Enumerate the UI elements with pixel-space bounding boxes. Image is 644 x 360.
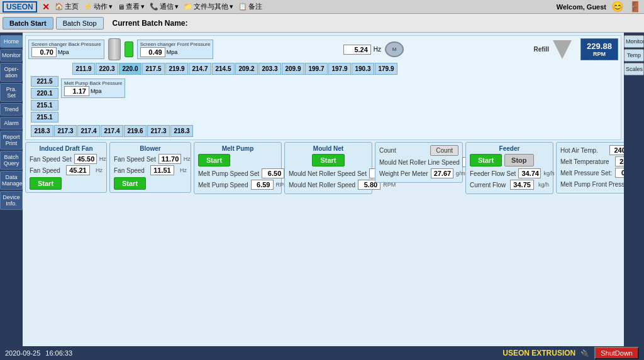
fan-speed-value: 45.21 <box>66 165 90 175</box>
feeder-start-btn[interactable]: Start <box>470 154 502 166</box>
melt-pump-back-label: Melt Pump Back Pressure <box>64 80 122 86</box>
process-diagram: Screen changer Back Pressure 0.70 Mpa Sc… <box>25 35 621 140</box>
melt-pump-back-box: Melt Pump Back Pressure 1.17 Mpa <box>61 79 125 98</box>
feeder-current-flow-unit: kg/h <box>538 182 549 188</box>
sidebar-item-alarm[interactable]: Alarm <box>0 117 23 129</box>
blower-speed-value: 11.51 <box>150 165 174 175</box>
screen-changer-back-label: Screen changer Back Pressure <box>31 41 101 47</box>
zone-temp-6: 214.7 <box>189 63 211 75</box>
rpm-unit: RPM <box>586 51 613 57</box>
home-menu[interactable]: 🏠 主页 <box>55 2 79 11</box>
left-sidebar: Home Monitor Oper­ation Pra. Set Trend A… <box>0 33 23 346</box>
blower-title: Blower <box>114 145 187 152</box>
secondary-toolbar: Batch Start Batch Stop Current Batch Nam… <box>0 14 644 33</box>
zone-temp-13: 190.3 <box>352 63 374 75</box>
green-indicator <box>125 41 133 57</box>
feeder-stop-btn[interactable]: Stop <box>504 154 533 166</box>
batch-stop-tab[interactable]: Batch Stop <box>56 17 104 30</box>
screen-changer-back-unit: Mpa <box>58 49 69 55</box>
sidebar-item-monitor[interactable]: Monitor <box>0 49 23 62</box>
close-btn[interactable]: ✕ <box>42 2 50 12</box>
file-menu[interactable]: 📁 文件与其他 ▾ <box>184 2 233 11</box>
blower-speed-unit: Hz <box>180 167 187 173</box>
motor-icon: M <box>385 41 404 57</box>
weight-unit: g/m <box>456 170 465 177</box>
sidebar-item-data[interactable]: Data Manage <box>0 171 23 190</box>
batch-name-label: Current Batch Name: <box>113 19 188 28</box>
induced-draft-panel: Induced Draft Fan Fan Speed Set 45.50 Hz… <box>25 142 107 193</box>
hopper-icon <box>553 40 572 59</box>
mould-net-title: Mould Net <box>289 145 368 152</box>
rpm-display-box: 229.88 RPM <box>580 38 618 60</box>
zone-temp-2: 220.3 <box>96 63 118 75</box>
zone-temp-5: 219.9 <box>165 63 188 75</box>
useon-icon: 🔌 <box>580 349 589 357</box>
right-temp-btn[interactable]: Temp <box>624 49 644 62</box>
feeder-title: Feeder <box>470 145 549 152</box>
screen-changer-back-box: Screen changer Back Pressure 0.70 Mpa <box>28 40 104 59</box>
mid-zone-4: 215.1 <box>31 112 58 123</box>
right-scales-btn[interactable]: Scales <box>624 63 644 75</box>
brand-label: USEON EXTRUSION <box>502 349 575 357</box>
sidebar-item-trend[interactable]: Trend <box>0 103 23 116</box>
view-menu[interactable]: 🖥 查看 ▾ <box>118 2 145 11</box>
main-content: Screen changer Back Pressure 0.70 Mpa Sc… <box>23 33 624 346</box>
bot-zone-6: 217.3 <box>147 125 170 137</box>
induced-draft-start-btn[interactable]: Start <box>30 177 62 190</box>
sidebar-item-device[interactable]: Device Info. <box>0 191 23 210</box>
logout-icon[interactable]: 🚪 <box>629 1 641 13</box>
melt-pump-start-btn[interactable]: Start <box>198 154 230 166</box>
melt-pump-back-unit: Mpa <box>91 88 102 94</box>
barrel-cylinder <box>108 38 121 60</box>
melt-temp-label: Melt Temperature <box>560 158 609 165</box>
backup-menu[interactable]: 📋 备注 <box>238 2 262 11</box>
comm-menu[interactable]: 📞 通信 ▾ <box>150 2 179 11</box>
melt-pump-speed-label: Melt Pump Speed <box>198 182 248 188</box>
zone-temp-12: 197.9 <box>328 63 351 75</box>
screen-changer-front-unit: Mpa <box>167 49 178 55</box>
rpm-value: 229.88 <box>586 41 613 51</box>
zone-temp-9: 203.3 <box>258 63 281 75</box>
right-monitor-btn[interactable]: Monitor <box>624 35 644 48</box>
melt-pump-speed-value: 6.59 <box>251 180 274 190</box>
induced-draft-title: Induced Draft Fan <box>30 145 103 152</box>
hz-unit: Hz <box>374 46 381 53</box>
sidebar-item-home[interactable]: Home <box>0 35 23 48</box>
blower-panel: Blower Fan Speed Set 11.70 Hz Fan Speed … <box>109 142 191 193</box>
main-layout: Home Monitor Oper­ation Pra. Set Trend A… <box>0 33 644 346</box>
blower-start-btn[interactable]: Start <box>114 177 146 190</box>
screen-changer-front-label: Screen changer Front Pressure <box>140 41 211 47</box>
status-time: 16:06:33 <box>45 349 72 357</box>
count-label: Count <box>379 147 396 154</box>
mould-net-panel: Mould Net Start Mould Net Roller Speed S… <box>284 142 372 194</box>
blower-speed-set-label: Fan Speed Set <box>114 156 156 163</box>
screen-changer-front-value: 0.49 <box>140 47 165 57</box>
sidebar-item-praset[interactable]: Pra. Set <box>0 83 23 102</box>
fan-speed-label: Fan Speed <box>30 167 60 174</box>
sidebar-item-batch[interactable]: Batch Query <box>0 151 23 170</box>
fan-speed-set-value: 45.50 <box>74 154 97 164</box>
melt-pump-front-label: Melt Pump Front Pressure <box>560 181 624 188</box>
weight-label: Weight Per Meter <box>379 170 428 177</box>
hz-value: 5.24 <box>343 45 371 55</box>
sidebar-item-operation[interactable]: Oper­ation <box>0 63 23 82</box>
status-date: 2020-09-25 <box>5 349 40 357</box>
hz-display: 5.24 Hz <box>343 45 381 55</box>
action-menu[interactable]: ⚡ 动作 ▾ <box>84 2 113 11</box>
screen-changer-front-box: Screen changer Front Pressure 0.49 Mpa <box>137 40 214 59</box>
sidebar-item-report[interactable]: Report Print <box>0 131 23 150</box>
feeder-current-flow-value: 34.75 <box>510 180 534 190</box>
mould-net-start-btn[interactable]: Start <box>312 154 344 166</box>
zone-temp-11: 199.7 <box>305 63 328 75</box>
batch-start-tab[interactable]: Batch Start <box>3 17 53 30</box>
feeder-flow-unit: kg/h <box>543 170 554 177</box>
count-btn[interactable]: Count <box>430 145 458 156</box>
right-panel: Monitor Temp Scales <box>624 33 644 346</box>
melt-pump-title: Melt Pump <box>198 145 277 152</box>
refill-label: Refill <box>534 46 549 53</box>
hot-air-panel: Hot Air Temp. 240.3 ℃ Melt Temperature 2… <box>556 142 624 194</box>
mid-zone-1: 221.5 <box>31 76 58 87</box>
blower-speed-label: Fan Speed <box>114 167 145 174</box>
shutdown-btn[interactable]: ShutDown <box>594 347 639 359</box>
feeder-flow-set-label: Feeder Flow Set <box>470 170 516 177</box>
